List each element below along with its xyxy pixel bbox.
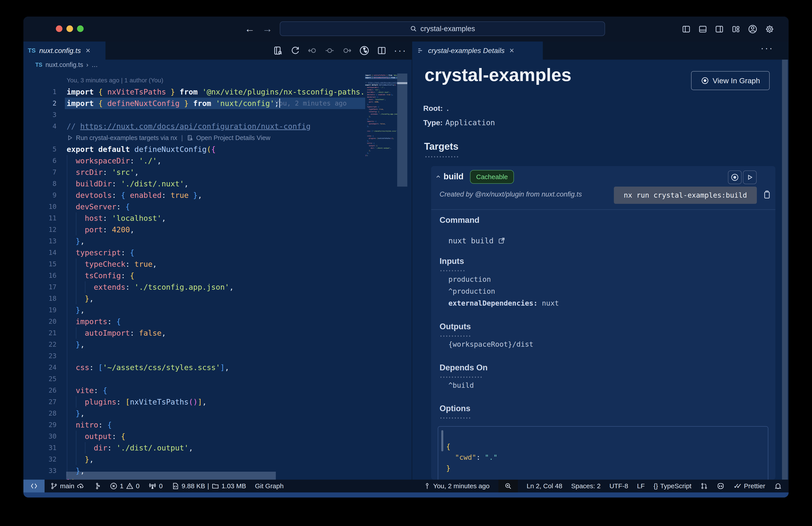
external-link-icon[interactable]	[497, 237, 506, 245]
notifications-item[interactable]	[774, 482, 782, 490]
previous-change-icon[interactable]	[307, 45, 318, 56]
git-graph-item[interactable]: Git Graph	[255, 482, 284, 490]
run-target-button[interactable]	[743, 170, 757, 184]
breadcrumb-more[interactable]: …	[91, 61, 98, 69]
nx-run-command-chip[interactable]: nx run crystal-examples:build	[614, 187, 757, 204]
open-details-icon[interactable]	[187, 134, 193, 141]
code-line[interactable]: 22 },	[24, 339, 365, 350]
file-size-item[interactable]: 9.88 KB | 1.03 MB	[172, 482, 246, 490]
code-line[interactable]: 20 imports: {	[24, 316, 365, 327]
close-tab-icon[interactable]: ×	[509, 46, 514, 55]
tab-nuxt-config[interactable]: TS nuxt.config.ts ×	[24, 42, 105, 60]
target-name[interactable]: build	[444, 172, 464, 181]
code-line[interactable]: 11 host: 'localhost',	[24, 212, 365, 224]
toggle-panel-icon[interactable]	[698, 25, 707, 34]
minimap[interactable]: import { nxViteTsPaths } from '@nx/vite/…	[365, 74, 397, 480]
code-line[interactable]: 4// https://nuxt.com/docs/api/configurat…	[24, 120, 365, 132]
codelens-run-link[interactable]: Run crystal-examples targets via nx	[76, 132, 177, 144]
code-line[interactable]: 8 buildDir: './dist/.nuxt',	[24, 178, 365, 189]
close-tab-icon[interactable]: ×	[86, 46, 90, 55]
code-line[interactable]: 30 output: {	[24, 431, 365, 442]
git-branch-item[interactable]: main	[50, 482, 85, 490]
blame-item[interactable]: You, 2 minutes ago	[423, 482, 490, 490]
view-target-button[interactable]	[728, 170, 742, 184]
tab-project-details[interactable]: crystal-examples Details ×	[412, 42, 543, 60]
copy-icon[interactable]	[762, 189, 772, 200]
code-line[interactable]: 10 devServer: {	[24, 201, 365, 212]
more-actions-icon[interactable]: ···	[394, 46, 407, 55]
code-line[interactable]: 12 port: 4200,	[24, 224, 365, 236]
code-line[interactable]: You, 2 minutes ago2import { defineNuxtCo…	[24, 98, 365, 109]
codelens-open-link[interactable]: Open Project Details View	[196, 132, 270, 144]
feedback-item[interactable]	[700, 482, 708, 490]
open-project-details-icon[interactable]	[273, 45, 283, 56]
account-icon[interactable]	[748, 24, 757, 34]
settings-gear-icon[interactable]	[765, 24, 774, 34]
git-graph-view-icon[interactable]	[359, 45, 369, 56]
code-line[interactable]: 14 typescript: {	[24, 247, 365, 258]
code-lines[interactable]: You, 3 minutes ago | 1 author (You)1impo…	[24, 75, 365, 480]
code-line[interactable]: 28 },	[24, 408, 365, 419]
panel-vertical-scrollbar[interactable]	[782, 60, 788, 480]
code-line[interactable]: 1import { nxViteTsPaths } from '@nx/vite…	[24, 86, 365, 98]
code-line[interactable]: 16 tsConfig: {	[24, 270, 365, 281]
code-line[interactable]: 3	[24, 109, 365, 120]
toggle-primary-sidebar-icon[interactable]	[682, 25, 691, 34]
inline-blame-summary[interactable]: You, 3 minutes ago | 1 author (You)	[24, 75, 365, 86]
prettier-item[interactable]: ✓✓ Prettier	[734, 482, 765, 490]
remote-indicator[interactable]	[24, 480, 45, 493]
cursor-position-item[interactable]: Ln 2, Col 48	[527, 482, 563, 490]
split-editor-icon[interactable]	[377, 45, 387, 56]
code-line[interactable]: 6 workspaceDir: './',	[24, 155, 365, 167]
code-line[interactable]: 23	[24, 350, 365, 362]
zoom-status-item[interactable]	[498, 480, 518, 493]
eol-item[interactable]: LF	[637, 482, 645, 490]
indentation-item[interactable]: Spaces: 2	[571, 482, 600, 490]
code-line[interactable]: 25	[24, 373, 365, 385]
back-arrow-icon[interactable]: ←	[243, 22, 257, 36]
run-play-icon[interactable]	[67, 134, 73, 141]
current-change-icon[interactable]	[324, 45, 335, 56]
code-line[interactable]: 18 },	[24, 293, 365, 304]
git-graph-status-item[interactable]	[93, 482, 101, 490]
encoding-item[interactable]: UTF-8	[609, 482, 628, 490]
code-line[interactable]: 26 vite: {	[24, 385, 365, 396]
ports-item[interactable]: 0	[148, 482, 163, 490]
command-value-row[interactable]: nuxt build	[448, 236, 506, 245]
code-line[interactable]: 34});	[24, 477, 365, 480]
code-line[interactable]: 33 },	[24, 465, 365, 477]
code-line[interactable]: 5export default defineNuxtConfig({	[24, 144, 365, 155]
customize-layout-icon[interactable]	[731, 25, 740, 34]
command-center-search[interactable]: crystal-examples	[280, 22, 605, 36]
code-line[interactable]: 19 },	[24, 304, 365, 316]
code-line[interactable]: 7 srcDir: 'src',	[24, 167, 365, 178]
publish-cloud-icon[interactable]	[76, 482, 85, 490]
problems-item[interactable]: 1 0	[110, 482, 140, 490]
panel-more-actions-icon[interactable]: ···	[760, 44, 773, 53]
view-in-graph-button[interactable]: View In Graph	[691, 71, 770, 90]
breadcrumb-file[interactable]: nuxt.config.ts	[45, 61, 83, 69]
code-line[interactable]: 31 dir: './dist/.output',	[24, 442, 365, 454]
copilot-item[interactable]	[717, 482, 725, 490]
code-line[interactable]: 17 extends: './tsconfig.app.json',	[24, 281, 365, 293]
code-line[interactable]: 13 },	[24, 236, 365, 247]
refresh-icon[interactable]	[290, 45, 300, 56]
options-json-box[interactable]: { "cwd": "." }	[438, 426, 768, 480]
code-line[interactable]: 24 css: ['~/assets/css/styles.scss'],	[24, 362, 365, 373]
language-mode-item[interactable]: {} TypeScript	[654, 482, 692, 490]
breadcrumb[interactable]: TS nuxt.config.ts › …	[24, 60, 412, 70]
code-line[interactable]: 32 },	[24, 454, 365, 465]
code-line[interactable]: 21 autoImport: false,	[24, 327, 365, 339]
close-window-button[interactable]	[56, 25, 62, 32]
code-editor[interactable]: You, 3 minutes ago | 1 author (You)1impo…	[24, 70, 412, 480]
toggle-secondary-sidebar-icon[interactable]	[715, 25, 724, 34]
next-change-icon[interactable]	[342, 45, 352, 56]
zoom-window-button[interactable]	[77, 25, 84, 32]
code-line[interactable]: 15 typeCheck: true,	[24, 258, 365, 270]
codelens-row[interactable]: Run crystal-examples targets via nx|Open…	[24, 132, 365, 144]
minimize-window-button[interactable]	[67, 25, 73, 32]
code-line[interactable]: 27 plugins: [nxViteTsPaths()],	[24, 396, 365, 408]
code-line[interactable]: 29 nitro: {	[24, 419, 365, 431]
code-line[interactable]: 9 devtools: { enabled: true },	[24, 189, 365, 201]
collapse-chevron-icon[interactable]	[435, 173, 441, 180]
